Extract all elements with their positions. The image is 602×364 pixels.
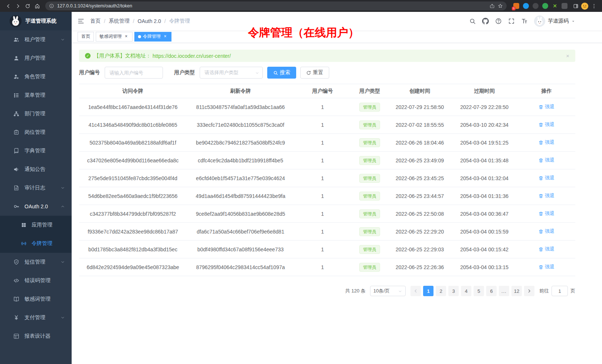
side-panel-icon[interactable] <box>571 1 580 10</box>
sidebar-item-label: 字典管理 <box>24 148 65 154</box>
page-size-select[interactable]: 10条/页 <box>370 286 406 296</box>
alert-close-icon[interactable]: × <box>566 53 569 59</box>
force-logout-button[interactable]: 强退 <box>539 121 554 128</box>
bookmark-star-icon[interactable] <box>498 3 503 9</box>
force-logout-button[interactable]: 强退 <box>539 246 554 252</box>
help-icon[interactable] <box>495 18 502 24</box>
force-logout-button[interactable]: 强退 <box>539 192 554 199</box>
sidebar-item[interactable]: 通知公告 <box>0 160 72 179</box>
fullscreen-icon[interactable] <box>508 18 515 24</box>
browser-profile-avatar[interactable] <box>581 2 589 10</box>
sidebar-item[interactable]: 部门管理 <box>0 105 72 123</box>
pagination-page-button[interactable]: 5 <box>474 286 484 296</box>
expire-time-cell: 2054-03-04 00:15:59 <box>451 223 518 241</box>
extension-icon-1[interactable]: 0 <box>513 3 519 9</box>
pagination-prev-button[interactable] <box>410 286 421 296</box>
force-logout-button[interactable]: 强退 <box>539 139 554 146</box>
pagination: 共 120 条 10条/页 123456...12 前往 页 <box>79 286 575 296</box>
extension-icon-5[interactable]: ✕ <box>552 3 558 9</box>
forward-icon[interactable] <box>13 1 22 10</box>
pagination-next-button[interactable] <box>524 286 534 296</box>
tab[interactable]: 首页 <box>78 32 94 42</box>
pagination-page-button[interactable]: 4 <box>461 286 471 296</box>
sidebar-item[interactable]: 角色管理 <box>0 67 72 86</box>
force-logout-button[interactable]: 强退 <box>539 103 554 110</box>
sidebar-item[interactable]: 令牌管理 <box>0 234 72 253</box>
sidebar-item[interactable]: 字典管理 <box>0 142 72 160</box>
extension-icon-2[interactable] <box>523 3 529 9</box>
sidebar-item[interactable]: 应用管理 <box>0 216 72 234</box>
navbar-actions: 芋道源码 <box>469 16 575 27</box>
tab[interactable]: 令牌管理× <box>134 32 171 42</box>
sidebar-item[interactable]: 支付管理 <box>0 308 72 327</box>
force-logout-button[interactable]: 强退 <box>539 175 554 181</box>
breadcrumb-item[interactable]: 系统管理 <box>109 18 130 24</box>
doc-link[interactable]: https://doc.iocoder.cn/user-center/ <box>153 53 231 59</box>
url-bar[interactable]: 127.0.0.1:1024/system/oauth2/token <box>45 1 507 10</box>
sidebar-item[interactable]: 敏感词管理 <box>0 290 72 308</box>
pagination-page-button[interactable]: 2 <box>436 286 446 296</box>
share-icon[interactable] <box>490 3 495 9</box>
pagination-goto: 前往 页 <box>539 286 575 296</box>
pagination-page-button[interactable]: 6 <box>486 286 497 296</box>
pagination-pages: 123456...12 <box>422 286 523 296</box>
sidebar-item[interactable]: 短信管理 <box>0 253 72 271</box>
back-icon[interactable] <box>4 1 13 10</box>
expire-time-cell: 2054-03-04 01:31:36 <box>451 187 518 205</box>
extension-icon-4[interactable] <box>542 3 548 9</box>
home-icon[interactable] <box>33 1 42 10</box>
pagination-page-button[interactable]: 3 <box>448 286 459 296</box>
url-text[interactable]: 127.0.0.1:1024/system/oauth2/token <box>57 3 487 9</box>
tab-close-icon[interactable]: × <box>163 34 168 39</box>
trash <box>539 140 543 145</box>
created-time-cell: 2022-06-25 22:29:20 <box>389 223 451 241</box>
user-id-cell: 1 <box>294 169 351 187</box>
github-icon[interactable] <box>482 18 489 24</box>
app-logo[interactable]: 芋道管理系统 <box>0 12 72 30</box>
breadcrumb-item[interactable]: 首页 <box>90 18 101 24</box>
pagination-page-button[interactable]: 1 <box>423 286 433 296</box>
sidebar-item[interactable]: 菜单管理 <box>0 86 72 105</box>
tab[interactable]: 敏感词管理× <box>96 32 132 42</box>
force-logout-label: 强退 <box>545 210 554 217</box>
sidebar-item-label: 通知公告 <box>24 166 65 173</box>
user-type-placeholder: 请选择用户类型 <box>205 69 238 76</box>
created-time-cell: 2022-07-02 18:55:55 <box>389 116 451 134</box>
force-logout-button[interactable]: 强退 <box>539 210 554 217</box>
sidebar-item[interactable]: 错误码管理 <box>0 271 72 290</box>
user-type-select[interactable]: 请选择用户类型 <box>200 67 263 79</box>
force-logout-button[interactable]: 强退 <box>539 228 554 235</box>
sidebar-item[interactable]: 审计日志 <box>0 179 72 197</box>
search-icon[interactable] <box>469 18 476 24</box>
sidebar-item[interactable]: 用户管理 <box>0 49 72 67</box>
sidebar-item[interactable]: 报表设计器 <box>0 327 72 345</box>
tab-close-icon[interactable]: × <box>124 34 129 39</box>
force-logout-button[interactable]: 强退 <box>539 157 554 163</box>
main-area: 首页/系统管理/OAuth 2.0/令牌管理 芋道源码 首页敏感词管理×令牌管理… <box>72 12 602 364</box>
access-token-cell: b0d1785bc3a8482f812db4a3f3bd15ec <box>79 241 187 258</box>
font-size-icon[interactable] <box>521 18 528 24</box>
sidebar-item[interactable]: OAuth 2.0 <box>0 197 72 216</box>
user-menu[interactable]: 芋道源码 <box>534 16 575 27</box>
reset-button[interactable]: 重置 <box>300 67 329 79</box>
extension-icon-3[interactable] <box>533 3 539 9</box>
sidebar-item-label: 菜单管理 <box>24 92 65 99</box>
action-cell: 强退 <box>518 223 575 241</box>
breadcrumb-item[interactable]: OAuth 2.0 <box>138 18 161 24</box>
browser-menu-icon[interactable] <box>589 1 598 10</box>
user-type-cell: 管理员 <box>351 187 389 205</box>
extension-icon-6[interactable] <box>562 3 567 9</box>
force-logout-button[interactable]: 强退 <box>539 264 554 270</box>
goto-page-input[interactable] <box>552 286 568 296</box>
reload-icon[interactable] <box>23 1 32 10</box>
search-button[interactable]: 搜索 <box>267 67 296 79</box>
pagination-more-button[interactable]: ... <box>499 286 509 296</box>
sidebar-item[interactable]: 租户管理 <box>0 30 72 49</box>
access-token-cell: 41c41346a548490f9dc8b01c6bfe0865 <box>79 116 187 134</box>
sidebar-collapse-icon[interactable] <box>72 12 90 30</box>
pagination-page-button[interactable]: 12 <box>511 286 522 296</box>
trash <box>539 229 543 234</box>
site-info-icon[interactable] <box>49 3 54 9</box>
sidebar-item[interactable]: 岗位管理 <box>0 123 72 142</box>
user-id-input[interactable] <box>105 67 163 79</box>
